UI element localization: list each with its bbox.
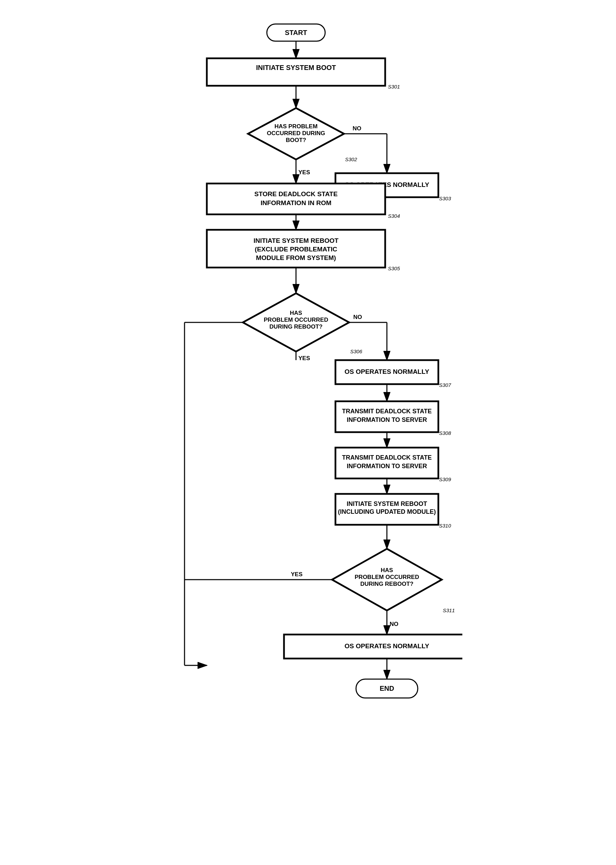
svg-text:INFORMATION TO SERVER: INFORMATION TO SERVER	[347, 463, 427, 469]
svg-text:DURING REBOOT?: DURING REBOOT?	[270, 323, 323, 330]
svg-text:TRANSMIT DEADLOCK STATE: TRANSMIT DEADLOCK STATE	[342, 408, 432, 414]
svg-text:INITIATE SYSTEM BOOT: INITIATE SYSTEM BOOT	[256, 64, 336, 71]
svg-text:S302: S302	[345, 156, 357, 162]
svg-text:NO: NO	[353, 125, 361, 132]
svg-text:START: START	[285, 29, 307, 36]
svg-rect-5	[207, 58, 385, 86]
svg-rect-49	[335, 401, 438, 432]
svg-text:S311: S311	[443, 608, 455, 613]
svg-text:YES: YES	[291, 571, 303, 578]
svg-text:INFORMATION IN ROM: INFORMATION IN ROM	[261, 199, 332, 206]
svg-rect-79	[356, 679, 418, 698]
svg-text:OS OPERATES NORMALLY: OS OPERATES NORMALLY	[344, 181, 429, 188]
svg-text:OCCURRED DURING: OCCURRED DURING	[267, 130, 325, 137]
svg-text:DURING REBOOT?: DURING REBOOT?	[360, 581, 414, 587]
svg-marker-64	[332, 549, 442, 611]
svg-text:OS OPERATES NORMALLY: OS OPERATES NORMALLY	[344, 642, 429, 650]
svg-text:PROBLEM OCCURRED: PROBLEM OCCURRED	[355, 574, 419, 580]
svg-text:S301: S301	[388, 84, 400, 89]
svg-rect-27	[207, 230, 385, 267]
svg-rect-22	[207, 184, 385, 214]
svg-text:INITIATE SYSTEM REBOOT: INITIATE SYSTEM REBOOT	[347, 501, 427, 507]
svg-text:HAS: HAS	[290, 310, 302, 316]
svg-text:INITIATE SYSTEM REBOOT: INITIATE SYSTEM REBOOT	[253, 237, 338, 244]
svg-text:HAS: HAS	[381, 567, 393, 573]
svg-rect-75	[284, 634, 462, 659]
svg-text:YES: YES	[299, 355, 310, 361]
svg-rect-59	[335, 494, 438, 525]
svg-rect-45	[335, 360, 438, 384]
svg-text:BOOT?: BOOT?	[286, 137, 306, 143]
svg-text:STORE DEADLOCK STATE: STORE DEADLOCK STATE	[255, 190, 338, 198]
svg-text:(INCLUDING UPDATED MODULE): (INCLUDING UPDATED MODULE)	[338, 508, 436, 515]
svg-text:S307: S307	[439, 382, 451, 388]
svg-text:S304: S304	[388, 213, 400, 219]
svg-text:MODULE FROM SYSTEM): MODULE FROM SYSTEM)	[256, 254, 336, 261]
svg-text:END: END	[380, 684, 394, 692]
svg-text:HAS PROBLEM: HAS PROBLEM	[274, 123, 317, 130]
svg-rect-2	[267, 24, 325, 41]
svg-text:YES: YES	[299, 169, 310, 176]
svg-text:S309: S309	[439, 476, 451, 482]
svg-text:S310: S310	[439, 523, 451, 529]
svg-text:S306: S306	[350, 349, 363, 354]
svg-text:S305: S305	[388, 265, 400, 271]
svg-text:(EXCLUDE PROBLEMATIC: (EXCLUDE PROBLEMATIC	[255, 246, 338, 253]
svg-text:NO: NO	[353, 314, 362, 320]
svg-marker-33	[243, 293, 349, 352]
svg-text:PROBLEM OCCURRED: PROBLEM OCCURRED	[264, 317, 328, 323]
svg-text:INFORMATION TO SERVER: INFORMATION TO SERVER	[347, 416, 427, 423]
flowchart: START INITIATE SYSTEM BOOT S301 HAS PROB…	[154, 14, 462, 851]
svg-text:OS OPERATES NORMALLY: OS OPERATES NORMALLY	[344, 368, 429, 375]
svg-rect-54	[335, 447, 438, 479]
svg-marker-9	[248, 108, 344, 160]
svg-text:NO: NO	[390, 621, 399, 627]
svg-text:S303: S303	[439, 196, 451, 201]
svg-text:S308: S308	[439, 430, 451, 436]
svg-rect-17	[335, 173, 438, 197]
svg-text:TRANSMIT DEADLOCK STATE: TRANSMIT DEADLOCK STATE	[342, 454, 432, 461]
